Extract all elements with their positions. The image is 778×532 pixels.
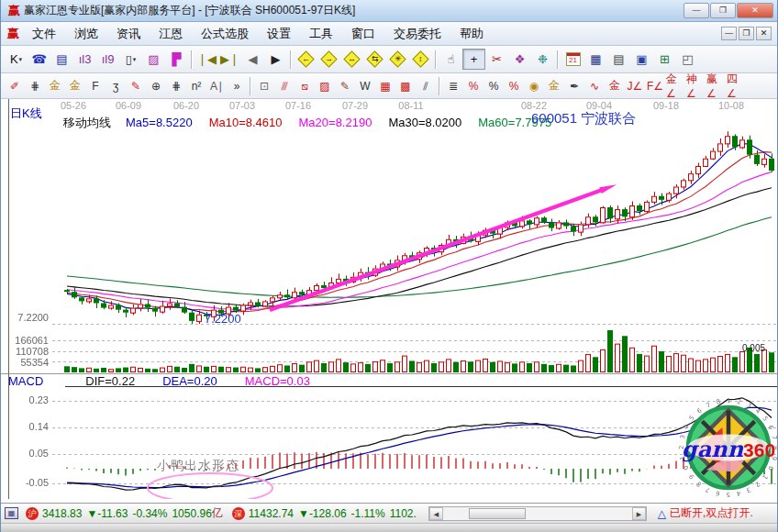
wave-icon[interactable]: ∿: [584, 76, 605, 95]
hatch-lines-icon[interactable]: ⋕: [25, 76, 45, 95]
maximize-button[interactable]: ❐: [710, 3, 736, 18]
gann-square-icon[interactable]: ▨: [315, 76, 335, 95]
calendar-icon[interactable]: 21: [561, 49, 584, 70]
draw-pen-icon[interactable]: ✐: [5, 76, 25, 95]
menu-item-8[interactable]: 交易委托: [384, 23, 450, 45]
scroll-thumb[interactable]: [469, 508, 526, 519]
last-page-icon[interactable]: ▶❘: [218, 49, 241, 70]
color-chart-icon[interactable]: ▛: [165, 49, 188, 70]
menu-item-6[interactable]: 工具: [300, 23, 342, 45]
chart-horizontal-scrollbar[interactable]: ◀ ▶: [428, 506, 647, 521]
pencil-rays-icon[interactable]: ✎: [335, 76, 355, 95]
connection-status-text[interactable]: 已断开,双点打开.: [670, 505, 753, 521]
first-page-icon[interactable]: ❘◀: [195, 49, 218, 70]
red-grid-icon[interactable]: ▦: [375, 76, 395, 95]
slashes-icon[interactable]: ⫽: [416, 76, 436, 95]
mdi-restore-button[interactable]: ❐: [739, 27, 754, 40]
diamond-left-icon[interactable]: ←: [295, 49, 317, 70]
diamond-hexpand-icon[interactable]: ↔: [340, 49, 363, 70]
minimize-button[interactable]: —: [684, 3, 709, 18]
diamond-hcompress-icon[interactable]: ⇆: [363, 49, 386, 70]
diamond-star-icon[interactable]: ✳: [386, 49, 409, 70]
close-button[interactable]: ✕: [737, 3, 773, 18]
gold-angle-icon[interactable]: 金∠: [665, 76, 685, 95]
diamond-right-icon[interactable]: →: [317, 49, 340, 70]
diamond-vexpand-icon[interactable]: ↕: [409, 49, 432, 70]
quote-table-icon[interactable]: ▦: [5, 507, 18, 519]
j-angle-icon[interactable]: J∠: [625, 76, 645, 95]
minute9-chart-icon[interactable]: ıl9: [96, 49, 119, 70]
gold-hatch1-icon[interactable]: 金: [45, 76, 65, 95]
network-share-icon[interactable]: ⊞: [653, 49, 676, 70]
percent-retrace-icon[interactable]: %: [463, 76, 483, 95]
quote-phone-icon[interactable]: ☎: [28, 49, 50, 70]
menu-item-1[interactable]: 浏览: [65, 23, 107, 45]
bow-tool-icon[interactable]: ʒ: [106, 76, 126, 95]
marker-pen-icon[interactable]: ✒: [564, 76, 584, 95]
menu-item-5[interactable]: 设置: [258, 23, 300, 45]
shanghai-market-icon[interactable]: 沪: [26, 507, 39, 520]
volume-axis-label: 110708: [3, 346, 49, 357]
gold-hatch2-icon[interactable]: 金: [65, 76, 85, 95]
shen-angle-icon[interactable]: 神∠: [685, 76, 706, 95]
cut-tool-icon[interactable]: ✂: [485, 49, 508, 70]
menu-item-2[interactable]: 资讯: [107, 23, 150, 45]
ying-angle-icon[interactable]: 赢∠: [706, 76, 726, 95]
gann-fan-icon[interactable]: ⫻: [274, 76, 295, 95]
mdi-close-button[interactable]: ✕: [756, 27, 772, 40]
brain-tool-icon[interactable]: ❉: [531, 49, 554, 70]
gold-circle-icon[interactable]: ◉: [524, 76, 544, 95]
more-tools-icon[interactable]: »: [227, 76, 247, 95]
gold-line-icon[interactable]: 金: [544, 76, 564, 95]
percent-line-icon[interactable]: %: [504, 76, 524, 95]
app-window: 赢 赢家江恩专业版[赢家内部服务平台] - [宁波联合 SH600051-97日…: [0, 0, 778, 532]
date-label: 06-09: [116, 100, 141, 111]
kline-chart-canvas[interactable]: [1, 99, 778, 503]
n-square-icon[interactable]: n²: [186, 76, 206, 95]
next-page-icon[interactable]: ▶: [264, 49, 287, 70]
connection-antenna-icon[interactable]: △: [658, 507, 666, 520]
save-icon[interactable]: ▣: [630, 49, 653, 70]
hand-tool-icon[interactable]: ☝: [439, 49, 462, 70]
percent-icon[interactable]: %: [483, 76, 504, 95]
f-angle-icon[interactable]: F∠: [645, 76, 665, 95]
status-bar: ▦ 沪 3418.83 ▼-11.63 -0.34% 1050.96 亿 深 1…: [1, 503, 777, 523]
notepad-icon[interactable]: ▤: [607, 49, 630, 70]
minute3-chart-icon[interactable]: ıl3: [73, 49, 96, 70]
sh-index-change: ▼-11.63: [86, 507, 128, 520]
info-list-icon[interactable]: ▤: [50, 49, 73, 70]
scroll-right-arrow[interactable]: ▶: [632, 507, 646, 520]
date-label: 05-26: [61, 100, 86, 111]
menu-item-7[interactable]: 窗口: [342, 23, 384, 45]
menu-item-3[interactable]: 江恩: [150, 23, 192, 45]
kline-period-button[interactable]: K▾: [5, 49, 28, 70]
gold-underline-icon[interactable]: 金: [605, 76, 625, 95]
gann-box-icon[interactable]: ⧅: [295, 76, 315, 95]
gann-wheel-icon[interactable]: ⊕: [146, 76, 166, 95]
sz-amount: 1102.: [390, 507, 417, 520]
level-bars-icon[interactable]: ≣: [443, 76, 463, 95]
quote-board-icon[interactable]: ▨: [142, 49, 165, 70]
menu-item-4[interactable]: 公式选股: [192, 23, 258, 45]
prev-page-icon[interactable]: ◀: [241, 49, 264, 70]
divider-a-icon[interactable]: A∣: [206, 76, 227, 95]
macd-axis-label: 0.14: [3, 421, 49, 432]
grid-pen-icon[interactable]: ▩: [395, 76, 416, 95]
candle-style-button[interactable]: ▯▾: [119, 49, 142, 70]
mdi-minimize-button[interactable]: —: [721, 27, 737, 40]
toolbar-separator: [290, 50, 292, 69]
f-lines-icon[interactable]: F: [85, 76, 106, 95]
scroll-left-arrow[interactable]: ◀: [429, 507, 443, 520]
window-grid-icon[interactable]: ⊡: [254, 76, 274, 95]
menu-item-0[interactable]: 文件: [23, 23, 65, 45]
zigzag-icon[interactable]: W: [355, 76, 375, 95]
pc-tool-icon[interactable]: ◰: [676, 49, 699, 70]
ribbon-tool-icon[interactable]: ❖: [508, 49, 531, 70]
crosshair-tool-icon[interactable]: +: [462, 49, 485, 70]
menu-item-9[interactable]: 帮助: [450, 23, 493, 45]
red-pen-icon[interactable]: ✎: [126, 76, 146, 95]
shenzhen-market-icon[interactable]: 深: [232, 507, 245, 520]
four-angle-icon[interactable]: 四∠: [726, 76, 746, 95]
calculator-icon[interactable]: ▦: [584, 49, 607, 70]
hatch3-icon[interactable]: ⋕: [166, 76, 186, 95]
